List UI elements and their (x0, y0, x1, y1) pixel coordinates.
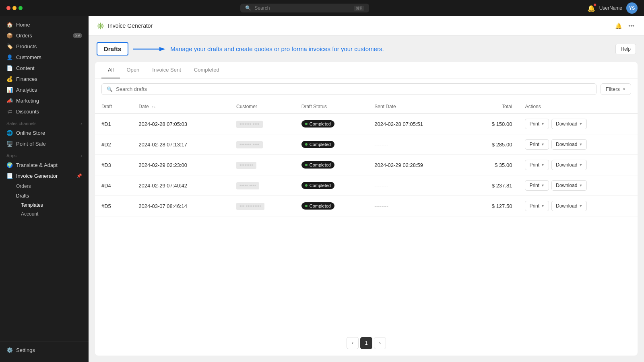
more-options-icon[interactable]: ••• (627, 21, 636, 31)
app-icon: ✳️ (97, 22, 105, 30)
app-title: Invoice Generator (108, 23, 153, 29)
pos-icon: 🖥️ (6, 141, 13, 147)
download-button[interactable]: Download ▼ (551, 201, 587, 211)
tab-open[interactable]: Open (120, 62, 146, 78)
sidebar-item-discounts[interactable]: 🏷 Discounts (0, 106, 89, 117)
action-buttons: Print ▼ Download ▼ (525, 139, 631, 150)
download-chevron-icon: ▼ (579, 142, 582, 146)
page-1-button[interactable]: 1 (360, 337, 372, 349)
sidebar-item-label: Point of Sale (16, 141, 46, 147)
page-header-left: ✳️ Invoice Generator (97, 22, 153, 30)
cell-status: Completed (295, 175, 368, 196)
pagination: ‹ 1 › (95, 331, 638, 356)
sidebar-item-finances[interactable]: 💰 Finances (0, 74, 89, 84)
translate-icon: 🌍 (6, 162, 13, 168)
table-row: #D4 2024-02-29 07:40:42 ••••• •••• Compl… (95, 175, 638, 196)
search-bar[interactable]: 🔍 Search ⌘K (240, 4, 369, 12)
filters-button[interactable]: Filters ▼ (601, 83, 631, 95)
sidebar-subitem-drafts[interactable]: Drafts (0, 191, 89, 201)
cell-draft: #D3 (95, 155, 132, 175)
sidebar-item-online-store[interactable]: 🌐 Online Store (0, 128, 89, 138)
orders-icon: 📦 (6, 33, 13, 39)
sidebar-item-products[interactable]: 🏷️ Products (0, 41, 89, 52)
table-row: #D5 2024-03-07 08:46:14 ••• ••••••••• Co… (95, 196, 638, 216)
marketing-icon: 📣 (6, 98, 13, 104)
avatar[interactable]: YS (626, 2, 638, 14)
table-row: #D2 2024-02-28 07:13:17 ••••••• •••• Com… (95, 134, 638, 155)
cell-draft: #D5 (95, 196, 132, 216)
print-chevron-icon: ▼ (541, 163, 545, 167)
cell-date: 2024-03-07 08:46:14 (132, 196, 230, 216)
next-page-button[interactable]: › (374, 337, 386, 349)
sidebar-item-label: Home (16, 22, 30, 28)
apps-section: Apps › (0, 149, 89, 160)
search-input[interactable] (116, 86, 591, 92)
col-draft-status: Draft Status (295, 100, 368, 114)
sidebar-item-analytics[interactable]: 📊 Analytics (0, 84, 89, 95)
sidebar-item-marketing[interactable]: 📣 Marketing (0, 95, 89, 106)
action-buttons: Print ▼ Download ▼ (525, 119, 631, 129)
tab-invoice-sent[interactable]: Invoice Sent (146, 62, 188, 78)
filters-label: Filters (606, 86, 620, 92)
cell-actions: Print ▼ Download ▼ (518, 196, 638, 216)
print-button[interactable]: Print ▼ (525, 139, 549, 150)
sidebar-subsubitem-templates[interactable]: Templates (0, 201, 89, 210)
download-chevron-icon: ▼ (579, 163, 582, 167)
print-button[interactable]: Print ▼ (525, 160, 549, 170)
download-button[interactable]: Download ▼ (551, 119, 587, 129)
page-header: ✳️ Invoice Generator 🔔 ••• (89, 16, 644, 36)
sidebar-item-label: Content (16, 65, 35, 71)
sales-channels-section: Sales channels › (0, 117, 89, 128)
content-area: ✳️ Invoice Generator 🔔 ••• Drafts Manage… (89, 16, 644, 362)
cell-total: $ 150.00 (466, 114, 518, 134)
sidebar-item-label: Finances (16, 76, 37, 82)
prev-page-button[interactable]: ‹ (347, 337, 359, 349)
user-name: UserName (599, 5, 622, 11)
col-date[interactable]: Date ↑↓ (132, 100, 230, 114)
drafts-description: Manage your drafts and create quotes or … (170, 45, 384, 52)
filters-chevron-icon: ▼ (622, 87, 626, 91)
cell-sent-date: 2024-02-29 02:28:59 (368, 155, 466, 175)
download-chevron-icon: ▼ (579, 204, 582, 208)
sidebar-item-translate-adapt[interactable]: 🌍 Translate & Adapt (0, 160, 89, 171)
sidebar-item-label: Discounts (16, 109, 39, 115)
cell-sent-date: -------- (368, 134, 466, 155)
settings-icon: ⚙️ (6, 347, 13, 353)
sidebar-item-label: Analytics (16, 87, 37, 93)
cell-total: $ 35.00 (466, 155, 518, 175)
search-box[interactable]: 🔍 (101, 83, 597, 95)
sidebar-item-home[interactable]: 🏠 Home (0, 19, 89, 30)
bell-icon[interactable]: 🔔 (587, 4, 595, 12)
sidebar-item-customers[interactable]: 👤 Customers (0, 52, 89, 63)
print-button[interactable]: Print ▼ (525, 119, 549, 129)
tab-completed[interactable]: Completed (188, 62, 226, 78)
sidebar-item-content[interactable]: 📄 Content (0, 63, 89, 74)
download-button[interactable]: Download ▼ (551, 139, 587, 150)
sidebar-item-invoice-generator[interactable]: 📃 Invoice Generator 📌 (0, 171, 89, 181)
sidebar-item-orders[interactable]: 📦 Orders 29 (0, 30, 89, 41)
tab-all[interactable]: All (101, 62, 120, 78)
search-icon: 🔍 (245, 5, 251, 11)
sidebar-subitem-orders[interactable]: Orders (0, 181, 89, 191)
cell-status: Completed (295, 155, 368, 175)
sidebar-item-point-of-sale[interactable]: 🖥️ Point of Sale (0, 138, 89, 149)
print-button[interactable]: Print ▼ (525, 180, 549, 191)
sidebar-subsubitem-account[interactable]: Account (0, 210, 89, 218)
svg-marker-1 (159, 47, 165, 51)
sidebar-item-label: Translate & Adapt (16, 162, 58, 168)
help-button[interactable]: Help (615, 44, 636, 54)
download-button[interactable]: Download ▼ (551, 160, 587, 170)
status-badge: Completed (301, 161, 334, 169)
action-buttons: Print ▼ Download ▼ (525, 201, 631, 211)
sidebar-subsubitem-label: Templates (21, 202, 43, 208)
analytics-icon: 📊 (6, 87, 13, 93)
sidebar-item-settings[interactable]: ⚙️ Settings (0, 345, 89, 356)
status-badge: Completed (301, 141, 334, 148)
cell-status: Completed (295, 114, 368, 134)
bell-header-icon[interactable]: 🔔 (613, 21, 623, 31)
cell-total: $ 285.00 (466, 134, 518, 155)
sidebar-item-label: Settings (16, 347, 35, 353)
sidebar-item-label: Customers (16, 54, 41, 60)
download-button[interactable]: Download ▼ (551, 180, 587, 191)
print-button[interactable]: Print ▼ (525, 201, 549, 211)
